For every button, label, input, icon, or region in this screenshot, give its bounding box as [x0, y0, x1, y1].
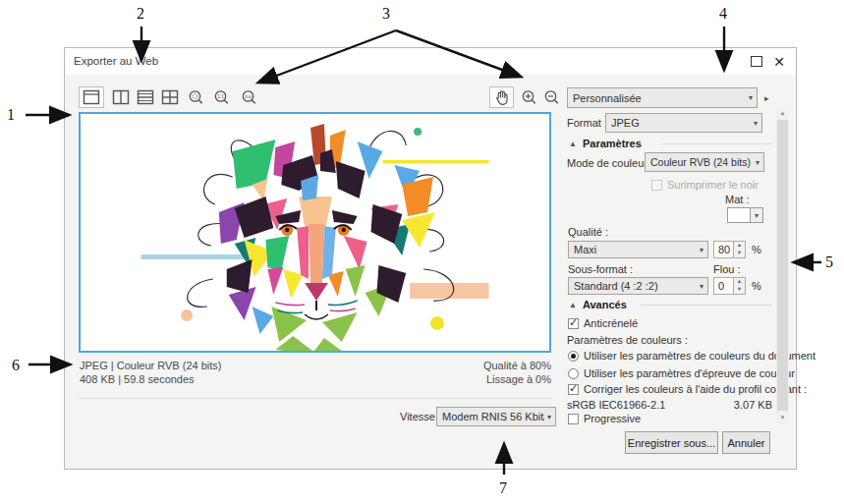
callout-number-4: 4	[719, 5, 727, 22]
preview-pane[interactable]	[79, 112, 551, 353]
blur-label: Flou :	[713, 263, 741, 275]
spin-down-icon[interactable]: ▼	[734, 286, 745, 294]
spin-up-icon[interactable]: ▲	[734, 242, 745, 250]
matte-label: Mat :	[725, 194, 749, 205]
percent-sign: %	[752, 280, 761, 292]
overprint-black-label: Surimprimer le noir	[667, 179, 759, 191]
section-parametres-label: Paramètres	[583, 138, 642, 149]
callout-number-2: 2	[137, 5, 144, 22]
scrollbar-thumb[interactable]	[777, 120, 788, 411]
chevron-down-icon: ▾	[700, 282, 703, 291]
collapse-icon: ▲	[569, 301, 577, 309]
color-profile-name: sRGB IEC61966-2.1	[567, 399, 665, 411]
checkbox-icon	[568, 414, 579, 424]
use-proof-colors-label: Utiliser les paramètres d'épreuve de cou…	[584, 367, 795, 379]
status-smoothing: Lissage à 0%	[409, 373, 551, 385]
spin-down-icon[interactable]: ▼	[734, 250, 745, 257]
zoom-in-icon	[521, 89, 538, 106]
preset-value: Personnalisée	[573, 92, 642, 104]
callout-number-3: 3	[382, 5, 390, 22]
chevron-down-icon: ▾	[751, 207, 763, 223]
speed-label: Vitesse :	[400, 411, 441, 422]
checkbox-icon	[651, 180, 662, 191]
status-format: JPEG | Couleur RVB (24 bits)	[80, 360, 222, 371]
color-settings-label: Paramètres de couleurs :	[567, 334, 688, 346]
checkbox-checked-icon: ✓	[568, 384, 579, 395]
maximize-icon	[751, 56, 762, 67]
preview-image-lion-artwork	[81, 114, 549, 351]
checkbox-checked-icon: ✓	[568, 318, 579, 329]
two-horizontal-panes-button[interactable]	[134, 86, 157, 108]
overprint-black-checkbox: Surimprimer le noir	[651, 179, 759, 191]
radio-icon	[568, 368, 579, 379]
format-label: Format :	[567, 117, 607, 129]
speed-dropdown[interactable]: Modem RNIS 56 Kbit/s ▾	[436, 407, 556, 426]
scroll-down-icon[interactable]: ▼	[776, 412, 789, 423]
format-value: JPEG	[611, 117, 640, 129]
quality-percent-spinner[interactable]: 80 ▲ ▼	[713, 241, 746, 258]
matte-color-picker[interactable]: ▾	[727, 207, 763, 223]
maximize-button[interactable]	[747, 48, 766, 75]
callout-number-6: 6	[12, 357, 20, 373]
progressive-label: Progressive	[584, 413, 641, 424]
subformat-dropdown[interactable]: Standard (4 :2 :2) ▾	[568, 277, 708, 295]
quality-percent-value: 80	[713, 241, 734, 258]
four-panes-button[interactable]	[158, 86, 182, 108]
zoom-to-fit-button[interactable]	[185, 86, 208, 108]
status-quality: Qualité à 80%	[409, 360, 551, 371]
section-avances-label: Avancés	[583, 299, 627, 310]
chevron-down-icon: ▾	[756, 158, 760, 167]
antialias-checkbox[interactable]: ✓ Anticrénelé	[568, 317, 638, 329]
matte-color-swatch	[727, 207, 751, 223]
close-icon: ✕	[773, 54, 785, 70]
zoom-100-button[interactable]: 100	[238, 86, 261, 108]
preset-dropdown[interactable]: Personnalisée ▾	[567, 87, 758, 108]
zoom-out-button[interactable]	[540, 86, 564, 108]
quality-value: Maxi	[574, 244, 596, 255]
blur-percent-spinner[interactable]: 0 ▲ ▼	[713, 277, 746, 295]
profile-size: 3.07 KB	[674, 399, 772, 411]
zoom-in-button[interactable]	[518, 86, 541, 108]
quality-label: Qualité :	[568, 226, 608, 238]
speed-value: Modem RNIS 56 Kbit/s	[442, 411, 544, 422]
section-parametres[interactable]: ▲ Paramètres	[569, 138, 642, 149]
cancel-button[interactable]: Annuler	[722, 431, 770, 454]
antialias-label: Anticrénelé	[584, 317, 638, 329]
export-web-dialog: Exporter au Web ✕	[64, 47, 797, 470]
zoom-1to1-button[interactable]: 1:1	[210, 86, 234, 108]
section-avances[interactable]: ▲ Avancés	[569, 299, 627, 310]
zoom-to-fit-icon	[188, 89, 205, 106]
correct-colors-label: Corriger les couleurs à l'aide du profil…	[584, 383, 807, 395]
use-proof-colors-radio[interactable]: Utiliser les paramètres d'épreuve de cou…	[568, 367, 795, 379]
scroll-up-icon[interactable]: ▲	[776, 107, 789, 119]
chevron-down-icon: ▾	[700, 246, 703, 254]
color-mode-value: Couleur RVB (24 bits)	[650, 156, 751, 168]
save-as-button[interactable]: Enregistrer sous...	[625, 431, 718, 454]
collapse-icon: ▲	[569, 140, 577, 148]
blur-percent-value: 0	[713, 277, 734, 295]
two-vertical-panes-button[interactable]	[109, 86, 133, 108]
percent-sign: %	[752, 244, 761, 255]
single-pane-view-button[interactable]	[79, 86, 104, 108]
color-mode-dropdown[interactable]: Couleur RVB (24 bits) ▾	[645, 152, 764, 172]
divider	[79, 398, 552, 399]
quality-dropdown[interactable]: Maxi ▾	[568, 241, 708, 258]
format-dropdown[interactable]: JPEG ▾	[605, 113, 762, 133]
preset-flyout-button[interactable]: ▸	[764, 93, 769, 103]
progressive-checkbox[interactable]: Progressive	[568, 413, 641, 424]
close-button[interactable]: ✕	[768, 48, 790, 75]
two-horizontal-panes-icon	[137, 89, 154, 105]
chevron-down-icon: ▾	[749, 93, 753, 102]
dialog-title: Exporter au Web	[74, 48, 158, 75]
zoom-1to1-icon: 1:1	[213, 89, 231, 106]
zoom-out-icon	[543, 89, 561, 106]
zoom-100-icon: 100	[241, 89, 258, 106]
section-rule	[641, 305, 772, 306]
correct-colors-checkbox[interactable]: ✓ Corriger les couleurs à l'aide du prof…	[568, 383, 807, 395]
svg-text:1:1: 1:1	[217, 93, 224, 98]
pan-tool-button[interactable]	[489, 86, 514, 108]
hand-icon	[494, 89, 510, 106]
status-size: 408 KB | 59.8 secondes	[80, 373, 195, 385]
panel-scrollbar[interactable]: ▲ ▼	[776, 107, 789, 423]
spin-up-icon[interactable]: ▲	[734, 278, 745, 286]
